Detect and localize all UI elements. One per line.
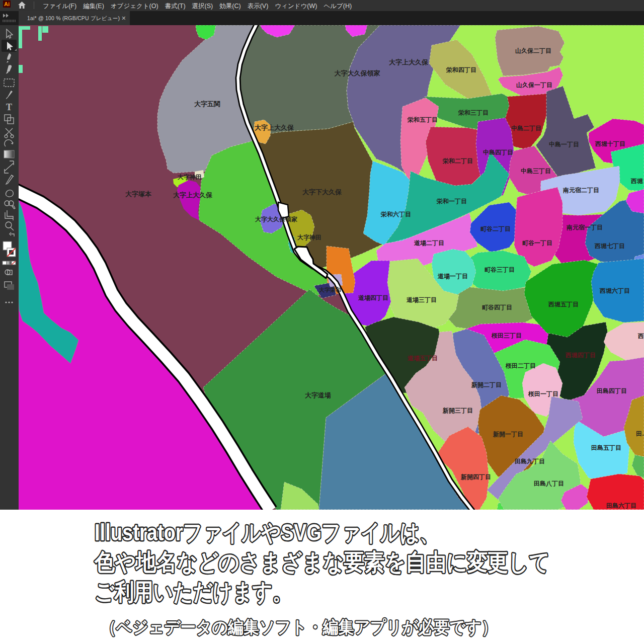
svg-text:新開三丁目: 新開三丁目 xyxy=(442,407,473,414)
svg-text:IllustratorファイルやSVGファイルは、: IllustratorファイルやSVGファイルは、 xyxy=(95,519,439,545)
svg-text:田島九丁目: 田島九丁目 xyxy=(515,458,545,465)
svg-text:（ベジェデータの編集ソフト・編集アプリが必要です）: （ベジェデータの編集ソフト・編集アプリが必要です） xyxy=(101,617,497,636)
svg-text:道場三丁目: 道場三丁目 xyxy=(406,296,437,303)
svg-text:南元宿二丁目: 南元宿二丁目 xyxy=(562,187,599,194)
svg-text:栄和一丁目: 栄和一丁目 xyxy=(436,198,467,205)
svg-text:山久保二丁目: 山久保二丁目 xyxy=(515,47,551,54)
svg-text:栄和六丁目: 栄和六丁目 xyxy=(380,211,411,218)
svg-text:桜田一丁目: 桜田一丁目 xyxy=(528,390,558,397)
svg-text:栄和五丁目: 栄和五丁目 xyxy=(407,116,438,123)
svg-text:南元宿一丁目: 南元宿一丁目 xyxy=(566,224,603,231)
svg-text:西堀六丁目: 西堀六丁目 xyxy=(599,287,630,294)
svg-text:山久保一丁目: 山久保一丁目 xyxy=(516,82,552,89)
svg-text:大字上大久保: 大字上大久保 xyxy=(173,191,213,199)
svg-text:大字神田: 大字神田 xyxy=(178,174,202,181)
svg-text:道場一丁目: 道場一丁目 xyxy=(437,273,468,280)
svg-text:町谷二丁目: 町谷二丁目 xyxy=(480,225,511,232)
svg-text:西: 西 xyxy=(637,333,644,340)
svg-text:栄和二丁目: 栄和二丁目 xyxy=(442,157,473,165)
svg-text:道場四丁目: 道場四丁目 xyxy=(358,294,388,301)
svg-text:桜田二丁目: 桜田二丁目 xyxy=(505,362,536,369)
svg-text:大字神田: 大字神田 xyxy=(297,234,321,241)
svg-text:新開二丁目: 新開二丁目 xyxy=(471,381,502,388)
svg-text:町谷四丁目: 町谷四丁目 xyxy=(482,304,512,311)
svg-text:田島六丁目: 田島六丁目 xyxy=(606,502,636,509)
svg-text:西堀四丁目: 西堀四丁目 xyxy=(565,352,596,359)
svg-text:町谷一丁目: 町谷一丁目 xyxy=(522,239,552,247)
svg-text:田.: 田. xyxy=(636,430,643,437)
svg-text:大字大久保領家: 大字大久保領家 xyxy=(335,69,381,77)
svg-text:中島四丁目: 中島四丁目 xyxy=(483,149,513,156)
svg-text:西堀十丁目: 西堀十丁目 xyxy=(595,140,625,147)
svg-text:大字塚本: 大字塚本 xyxy=(125,190,152,198)
svg-text:大字道場: 大字道場 xyxy=(305,391,331,399)
svg-text:栄和三丁目: 栄和三丁目 xyxy=(458,109,489,116)
svg-text:道場二丁目: 道場二丁目 xyxy=(414,239,444,247)
svg-text:中島一丁目: 中島一丁目 xyxy=(549,141,579,148)
svg-text:ご利用いただけます。: ご利用いただけます。 xyxy=(95,579,292,605)
svg-text:田島四丁目: 田島四丁目 xyxy=(597,387,627,394)
svg-text:桜田三丁目: 桜田三丁目 xyxy=(491,332,522,339)
svg-text:大字下大久保: 大字下大久保 xyxy=(302,188,342,196)
svg-text:大字大久保領家: 大字大久保領家 xyxy=(255,216,297,223)
svg-text:大字上大久保: 大字上大久保 xyxy=(389,58,429,66)
svg-text:新開四丁目: 新開四丁目 xyxy=(460,473,491,480)
svg-text:大字栄和: 大字栄和 xyxy=(319,287,341,293)
svg-text:栄和四丁目: 栄和四丁目 xyxy=(446,66,476,73)
svg-text:中島二丁目: 中島二丁目 xyxy=(511,125,541,132)
svg-text:T: T xyxy=(6,102,12,112)
svg-text:色や地名などのさまざまな要素を自由に変更して: 色や地名などのさまざまな要素を自由に変更して xyxy=(94,549,550,575)
svg-text:田島五丁目: 田島五丁目 xyxy=(591,444,621,451)
svg-text:西堀: 西堀 xyxy=(630,178,643,185)
svg-text:町谷三丁目: 町谷三丁目 xyxy=(485,266,515,273)
svg-text:西堀五丁目: 西堀五丁目 xyxy=(548,301,579,308)
svg-text:大字五関: 大字五関 xyxy=(194,100,220,108)
svg-text:田島八丁目: 田島八丁目 xyxy=(534,480,564,487)
svg-text:道場五丁目: 道場五丁目 xyxy=(407,355,438,362)
svg-text:西堀七丁目: 西堀七丁目 xyxy=(594,243,625,250)
svg-text:新開一丁目: 新開一丁目 xyxy=(493,431,523,438)
svg-text:大字上大久保: 大字上大久保 xyxy=(255,124,294,131)
svg-text:中島三丁目: 中島三丁目 xyxy=(521,168,551,175)
